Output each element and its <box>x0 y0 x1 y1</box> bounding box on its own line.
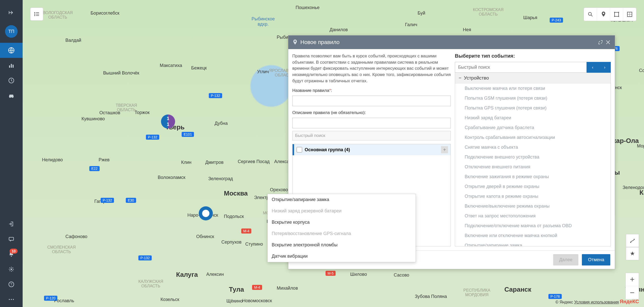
dropdown-item[interactable]: Открытие/запирание замка <box>268 194 416 205</box>
favorite-button[interactable] <box>626 247 639 260</box>
city-label: Шарья <box>523 15 537 20</box>
close-icon[interactable] <box>606 40 610 45</box>
layers-button[interactable] <box>623 8 636 21</box>
event-category[interactable]: − Устройство <box>455 73 611 84</box>
event-item[interactable]: Срабатывание датчика браслета <box>455 123 611 133</box>
event-item[interactable]: Открытие дверей в режиме охраны <box>455 182 611 191</box>
road-badge: Р-132 <box>101 198 114 203</box>
event-item[interactable]: Попытка GPS глушения (потеря связи) <box>455 103 611 113</box>
next-button[interactable]: › <box>599 62 611 73</box>
road-badge: Р-132 <box>209 93 222 98</box>
svg-point-6 <box>12 97 13 98</box>
city-label: Ступино <box>245 242 263 247</box>
city-label: Советск <box>639 68 644 73</box>
rule-name-label: Название правила*: <box>292 88 451 93</box>
sidebar-item-vehicles[interactable] <box>0 88 23 103</box>
sidebar-item-reports[interactable] <box>0 58 23 73</box>
svg-point-26 <box>614 16 615 17</box>
event-item[interactable]: Выключение маячка или потеря связи <box>455 84 611 93</box>
city-label: Козельск <box>160 297 179 302</box>
road-badge: Е30 <box>126 198 136 203</box>
sidebar-item-logout[interactable] <box>0 216 23 232</box>
expand-group-button[interactable]: + <box>441 146 448 153</box>
sidebar-item-settings[interactable] <box>0 262 23 277</box>
svg-text:?: ? <box>10 282 12 286</box>
event-search-input[interactable] <box>455 62 587 73</box>
dropdown-item: Низкий заряд резервной батареи <box>268 205 416 217</box>
event-item[interactable]: Контроль срабатывания автосигнализации <box>455 133 611 142</box>
zoom-in-button[interactable]: + <box>626 273 639 286</box>
user-avatar[interactable]: ТП <box>5 25 18 38</box>
map-marker-cluster-2[interactable]: 2 <box>199 206 213 220</box>
city-label: Данилов <box>330 27 348 32</box>
event-item[interactable]: Включение зажигания в режиме охраны <box>455 172 611 182</box>
cancel-button[interactable]: Отмена <box>582 254 610 265</box>
city-label: Зубова Поляна <box>415 294 447 299</box>
event-type-heading: Выберите тип события: <box>455 53 611 59</box>
dropdown-item[interactable]: Вскрытие электронной пломбы <box>268 239 416 251</box>
dropdown-item[interactable]: Датчик вибрации <box>268 251 416 262</box>
city-label: Калуга <box>176 271 198 279</box>
group-checkbox[interactable] <box>297 147 302 152</box>
svg-rect-1 <box>9 65 10 68</box>
city-label: Осташков <box>99 110 120 116</box>
list-toggle-button[interactable] <box>30 8 43 21</box>
search-button[interactable] <box>584 8 597 21</box>
terms-link[interactable]: Условия использования <box>574 300 619 304</box>
city-label: Подольск <box>224 214 244 219</box>
event-item[interactable]: Открытие капота в режиме охраны <box>455 191 611 201</box>
city-label: Торжок <box>135 110 150 115</box>
sidebar-item-notifications[interactable]: 10 <box>0 247 23 262</box>
zoom-out-button[interactable]: − <box>626 286 639 299</box>
city-label: Сасово <box>394 273 409 278</box>
event-dropdown-popup: Открытие/запирание замкаНизкий заряд рез… <box>267 194 416 262</box>
svg-point-29 <box>630 242 631 243</box>
menu-collapse-button[interactable] <box>0 5 23 20</box>
city-label: Вышний Волочёк <box>103 70 139 76</box>
city-label: Ржев <box>99 157 110 163</box>
rule-description-text: Правила позволяют вам быть в курсе событ… <box>292 53 451 84</box>
sidebar-item-globe[interactable] <box>0 43 23 58</box>
svg-rect-18 <box>36 14 39 14</box>
event-item[interactable]: Попытка GSM глушения (потеря связи) <box>455 93 611 103</box>
area-button[interactable] <box>610 8 623 21</box>
city-label: Нея <box>463 27 471 32</box>
event-item[interactable]: Открытие/запирание замка <box>455 241 611 246</box>
sidebar-item-more[interactable] <box>0 292 23 307</box>
sidebar-item-help[interactable]: ? <box>0 277 23 292</box>
road-badge: М-4 <box>241 228 251 234</box>
svg-rect-20 <box>36 15 39 16</box>
pin-button[interactable] <box>597 8 610 21</box>
svg-point-30 <box>634 239 635 240</box>
dropdown-item[interactable]: Вскрытие корпуса <box>268 217 416 228</box>
right-tool-group <box>626 234 639 260</box>
event-item[interactable]: Подключение/отключение маячка от разъема… <box>455 221 611 231</box>
city-label: Волоколамск <box>158 175 185 180</box>
event-item[interactable]: Включение/выключение режима охраны <box>455 201 611 211</box>
event-item[interactable]: Снятие маячка с объекта <box>455 142 611 152</box>
group-quick-search[interactable]: Быстрый поиск <box>292 131 451 140</box>
expand-icon[interactable] <box>598 40 603 45</box>
svg-point-9 <box>11 268 12 270</box>
rule-desc-input[interactable] <box>292 118 451 128</box>
route-button[interactable] <box>626 234 639 247</box>
event-item[interactable]: Подключение внешнего устройства <box>455 152 611 162</box>
map-marker-cluster-1[interactable]: 1 <box>161 114 175 129</box>
city-label: Клин <box>181 160 191 165</box>
road-badge: Р-243 <box>550 18 563 23</box>
event-item[interactable]: Низкий заряд батареи <box>455 113 611 123</box>
event-item[interactable]: Ответ на запрос местоположения <box>455 211 611 221</box>
event-item[interactable]: Отключение внешнего питания <box>455 162 611 172</box>
rule-name-input[interactable] <box>292 96 451 106</box>
svg-point-22 <box>603 13 604 14</box>
svg-rect-3 <box>13 65 14 68</box>
dropdown-item: Потеря/восстановление GPS-сигнала <box>268 228 416 239</box>
event-item[interactable]: Включение или отключение маячка кнопкой <box>455 231 611 241</box>
sidebar-item-chat[interactable] <box>0 232 23 247</box>
group-row[interactable]: Основная группа (4) + <box>293 144 451 155</box>
svg-point-27 <box>618 16 619 17</box>
sidebar-item-time[interactable] <box>0 73 23 88</box>
city-label: Щёкино <box>226 298 243 304</box>
prev-button[interactable]: ‹ <box>587 62 599 73</box>
road-badge: Р-132 <box>138 255 152 260</box>
